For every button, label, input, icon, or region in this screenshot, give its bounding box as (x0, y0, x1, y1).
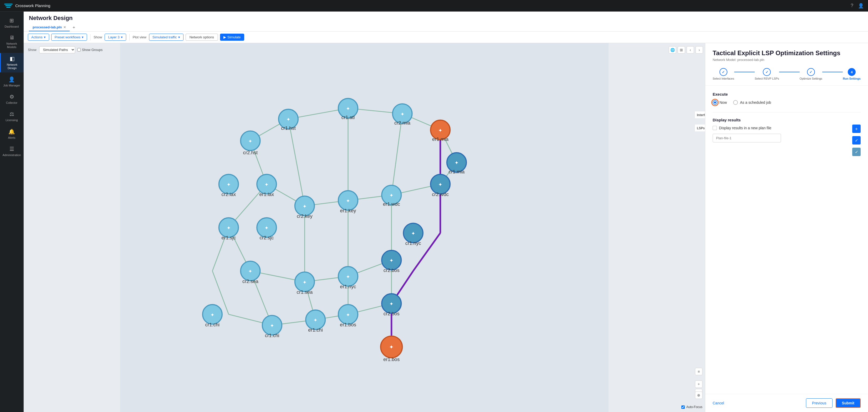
simulate-label: Simulate (227, 35, 241, 39)
svg-text:✦: ✦ (389, 301, 394, 307)
svg-text:✦: ✦ (270, 323, 274, 328)
svg-text:✦: ✦ (346, 198, 350, 203)
tab-close-icon[interactable]: ✕ (63, 26, 66, 29)
svg-text:✦: ✦ (248, 268, 252, 274)
check-lsp-btn[interactable]: ✓ (852, 136, 861, 145)
step-4-label: Run Settings (843, 77, 861, 80)
execute-title: Execute (713, 92, 861, 96)
previous-button[interactable]: Previous (806, 398, 832, 408)
svg-text:cr1.hst: cr1.hst (281, 125, 296, 131)
partial-interfaces-label: Interfa (697, 113, 705, 117)
partial-lsps-label: LSPs (697, 126, 705, 130)
nav-next-icon-btn[interactable]: › (695, 46, 703, 54)
tab-processed-lab[interactable]: processed-lab.pln ✕ (29, 24, 70, 31)
user-icon[interactable]: 👤 (858, 3, 864, 9)
nav-prev-icon-btn[interactable]: ‹ (687, 46, 694, 54)
svg-text:✦: ✦ (438, 128, 442, 133)
sidebar-item-alerts[interactable]: 🔔 Alerts (0, 126, 23, 142)
execute-radio-group: Now As a scheduled job (713, 100, 861, 105)
network-topology-svg: ✦ cr2.hst ✦ cr1.hst ✦ cr1.atl ✦ cr2.mia (24, 43, 705, 412)
sidebar-item-network-design[interactable]: ◧ Network Design (0, 53, 23, 72)
show-groups-checkbox-label[interactable]: Show Groups (77, 48, 103, 52)
svg-text:cr2.hst: cr2.hst (243, 150, 258, 155)
tab-add-icon[interactable]: ＋ (72, 25, 76, 30)
preset-workflows-label: Preset workflows (55, 35, 81, 39)
execute-now-option[interactable]: Now (713, 100, 727, 105)
svg-text:✦: ✦ (389, 258, 394, 263)
svg-text:cr2.mia: cr2.mia (394, 120, 411, 126)
autofocus-label: Auto-Focus (686, 405, 703, 409)
add-lsp-btn[interactable]: ＋ (852, 125, 861, 133)
step-3-circle: ✓ (807, 68, 815, 76)
topbar: Crosswork Planning ? 👤 (0, 0, 868, 11)
simulate-button[interactable]: ▶ Simulate (220, 34, 244, 41)
sidebar-item-label: Collector (6, 101, 17, 104)
step-1-label: Select Interfaces (713, 77, 734, 80)
svg-text:cr2.lax: cr2.lax (221, 192, 236, 197)
job-manager-icon: 👤 (8, 76, 15, 83)
autofocus-checkbox[interactable] (681, 406, 685, 409)
execute-scheduled-option[interactable]: As a scheduled job (733, 100, 771, 105)
sidebar-item-dashboard[interactable]: ⊞ Dashboard (0, 15, 23, 31)
sidebar-item-label: Administration (3, 154, 21, 157)
svg-text:✦: ✦ (303, 280, 307, 285)
sidebar-item-administration[interactable]: ☰ Administration (0, 143, 23, 159)
svg-text:✦: ✦ (303, 203, 307, 209)
sidebar-item-network-models[interactable]: 🖥 Network Models (0, 32, 23, 52)
submit-button[interactable]: Submit (836, 398, 861, 408)
sidebar-item-licensing[interactable]: ⚖ Licensing (0, 108, 23, 125)
svg-text:cr2.bos: cr2.bos (383, 311, 400, 316)
fit-icon-btn[interactable]: ⊕ (695, 391, 703, 399)
cancel-button[interactable]: Cancel (713, 401, 724, 405)
globe-icon-btn[interactable]: 🌐 (669, 46, 676, 54)
svg-text:✦: ✦ (210, 312, 215, 318)
layer-label: Layer 3 (108, 35, 119, 39)
step-4-circle: 4 (848, 68, 856, 76)
svg-text:cr2.sea: cr2.sea (242, 279, 259, 284)
step-line-3 (822, 72, 843, 72)
preset-workflows-button[interactable]: Preset workflows ▾ (51, 34, 87, 41)
map-show-dropdown[interactable]: Simulated Paths (39, 46, 75, 53)
alerts-icon: 🔔 (8, 128, 15, 135)
step-3-label: Optimize Settings (800, 77, 822, 80)
simulated-traffic-button[interactable]: Simulated traffic ▾ (149, 34, 184, 41)
sidebar-item-label: Dashboard (5, 25, 19, 28)
help-icon[interactable]: ? (851, 3, 853, 8)
display-results-checkbox-row[interactable]: Display results in a new plan file (713, 126, 861, 130)
sidebar-item-collector[interactable]: ⚙ Collector (0, 91, 23, 107)
svg-text:cr1.chi: cr1.chi (205, 322, 220, 327)
panel-title: Tactical Explicit LSP Optimization Setti… (713, 50, 861, 57)
topbar-left: Crosswork Planning (4, 3, 50, 8)
show-groups-checkbox[interactable] (77, 48, 81, 52)
step-select-rsvp: ✓ Select RSVP LSPs (755, 68, 779, 80)
step-2-label: Select RSVP LSPs (755, 77, 779, 80)
network-options-label: Network options (189, 35, 214, 39)
map-autofocus[interactable]: Auto-Focus (681, 405, 703, 409)
svg-text:✦: ✦ (346, 274, 350, 280)
actions-button[interactable]: Actions ▾ (28, 34, 49, 41)
step-optimize-settings: ✓ Optimize Settings (800, 68, 822, 80)
layer-button[interactable]: Layer 3 ▾ (104, 34, 126, 41)
topology-icon-btn[interactable]: ⊞ (678, 46, 685, 54)
svg-text:✦: ✦ (346, 312, 350, 318)
svg-text:cr1.sea: cr1.sea (297, 289, 313, 295)
svg-text:cr2.bos: cr2.bos (383, 267, 400, 273)
display-results-checkbox[interactable] (713, 126, 717, 130)
zoom-in-btn[interactable]: ＋ (695, 380, 703, 388)
check2-lsp-btn[interactable]: ✓ (852, 148, 861, 156)
sidebar-item-job-manager[interactable]: 👤 Job Manager (0, 73, 23, 90)
execute-now-radio[interactable] (713, 100, 717, 105)
list-icon-btn[interactable]: ≡ (695, 368, 703, 375)
footer-right: Previous Submit (806, 398, 861, 408)
plan-file-input[interactable] (713, 134, 781, 142)
display-results-title: Display results (713, 118, 861, 122)
svg-rect-0 (120, 43, 609, 412)
svg-text:✦: ✦ (389, 344, 394, 350)
simulated-traffic-chevron-icon: ▾ (178, 35, 180, 39)
layer-chevron-icon: ▾ (121, 35, 123, 39)
toolbar-separator-2 (129, 34, 130, 40)
execute-scheduled-radio[interactable] (733, 100, 738, 105)
svg-text:cr2.sjc: cr2.sjc (260, 235, 274, 241)
panel-subtitle: Network Model: processed-lab.pln (713, 58, 861, 62)
network-options-button[interactable]: Network options (186, 34, 218, 41)
